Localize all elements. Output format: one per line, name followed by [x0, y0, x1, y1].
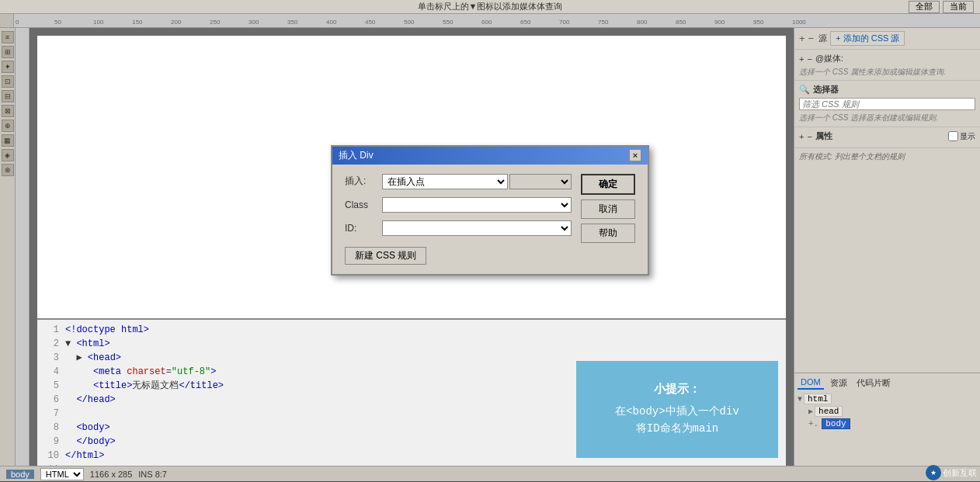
tip-body: 在<body>中插入一个div 将ID命名为main: [615, 403, 739, 438]
code-content-4: <meta charset="utf-8">: [65, 365, 216, 379]
sidebar-icon-3[interactable]: ✦: [2, 61, 14, 73]
selector-section: 🔍 选择器 选择一个 CSS 选择器来创建或编辑规则.: [794, 81, 980, 127]
tab-source[interactable]: 资源: [827, 376, 850, 390]
plus-icon: +: [799, 33, 805, 44]
properties-header-row: + − 属性 显示: [799, 130, 975, 142]
dom-item-head[interactable]: ▶ head: [798, 405, 977, 418]
ruler-corner: [0, 14, 14, 28]
status-tag: body: [6, 470, 34, 479]
code-content-10: </html>: [65, 449, 104, 463]
selector-title: 选择器: [813, 84, 839, 95]
selector-header-row: 🔍 选择器: [799, 84, 975, 95]
media-section: + − @媒体: 选择一个 CSS 属性来添加或编辑媒体查询.: [794, 50, 980, 81]
show-checkbox-label[interactable]: 显示: [948, 131, 975, 142]
dialog-close-button[interactable]: ×: [629, 149, 641, 161]
css-rules-area: 所有模式: 列出整个文档的规则: [794, 148, 980, 373]
line-num-2: 2: [43, 337, 59, 351]
dialog-title: 插入 Div: [339, 149, 374, 162]
left-sidebar: ≡ ⊞ ✦ ⊡ ⊟ ⊠ ⊕ ▦ ◈ ⊗: [0, 28, 16, 466]
right-panel: + − 源 + 添加的 CSS 源 + − @媒体: 选择一个 CSS 属性来添…: [794, 28, 980, 466]
class-select[interactable]: [382, 197, 572, 213]
dialog-body: 插入: 在插入点 Class: [332, 165, 648, 274]
minus-icon-props: −: [807, 132, 811, 141]
tip-box: 小提示： 在<body>中插入一个div 将ID命名为main: [576, 361, 778, 458]
current-button[interactable]: 当前: [943, 1, 974, 13]
line-num-4: 4: [43, 365, 59, 379]
ruler-svg: // Will render ruler ticks via JS below …: [14, 14, 980, 27]
class-label: Class: [345, 199, 376, 210]
add-css-button[interactable]: + 添加的 CSS 源: [830, 31, 905, 46]
sidebar-icon-10[interactable]: ⊗: [2, 164, 14, 176]
sidebar-icon-9[interactable]: ◈: [2, 149, 14, 161]
new-css-button[interactable]: 新建 CSS 规则: [345, 247, 426, 265]
tab-code-split[interactable]: 代码片断: [853, 376, 894, 390]
body-tag[interactable]: body: [822, 418, 850, 429]
head-tag[interactable]: head: [815, 406, 843, 417]
insert-select2[interactable]: [509, 174, 572, 189]
insert-div-dialog: 插入 Div × 插入: 在插入点: [331, 145, 649, 276]
sidebar-icon-6[interactable]: ⊠: [2, 105, 14, 117]
svg-text:900: 900: [714, 19, 725, 26]
horizontal-ruler: // Will render ruler ticks via JS below …: [14, 14, 980, 28]
svg-text:250: 250: [210, 19, 221, 26]
dialog-fields: 插入: 在插入点 Class: [345, 174, 572, 265]
cancel-button[interactable]: 取消: [581, 199, 635, 219]
properties-title: 属性: [815, 130, 832, 142]
sidebar-icon-1[interactable]: ≡: [2, 31, 14, 43]
media-header: + − @媒体:: [799, 53, 975, 64]
svg-text:150: 150: [132, 19, 143, 26]
id-select[interactable]: [382, 220, 572, 236]
show-label: 显示: [960, 131, 975, 142]
search-icon: 🔍: [799, 85, 810, 95]
tab-dom[interactable]: DOM: [798, 376, 824, 390]
line-num-11: 11: [43, 463, 59, 466]
html-tag[interactable]: html: [804, 394, 832, 404]
view-buttons: 全部 当前: [909, 1, 974, 13]
selector-hint: 选择一个 CSS 选择器来创建或编辑规则.: [799, 113, 975, 123]
cursor-text: INS 8:7: [138, 470, 167, 479]
sidebar-icon-4[interactable]: ⊡: [2, 75, 14, 88]
svg-text:700: 700: [559, 19, 570, 26]
sidebar-icon-2[interactable]: ⊞: [2, 46, 14, 58]
show-checkbox[interactable]: [948, 131, 958, 141]
svg-text:450: 450: [365, 19, 376, 26]
line-num-7: 7: [43, 407, 59, 421]
dom-item-html[interactable]: ▼ html: [798, 393, 977, 405]
sidebar-icon-7[interactable]: ⊕: [2, 120, 14, 132]
arrow-html: ▼: [798, 395, 802, 404]
format-select[interactable]: HTML: [40, 468, 84, 480]
svg-text:1000: 1000: [792, 19, 806, 26]
top-instruction-bar: 单击标尺上的▼图标以添加媒体体查询 全部 当前: [0, 0, 980, 14]
plus-icon-media: +: [799, 54, 804, 64]
line-num-9: 9: [43, 435, 59, 449]
svg-text:200: 200: [171, 19, 182, 26]
id-field-row: ID:: [345, 220, 572, 236]
tip-line2: 将ID命名为main: [615, 420, 739, 437]
code-content-6: </head>: [65, 393, 116, 407]
insert-combo: 在插入点: [382, 174, 572, 189]
vertical-ruler: [16, 28, 30, 466]
all-button[interactable]: 全部: [909, 1, 940, 13]
css-filter-input[interactable]: [799, 98, 975, 110]
properties-section: + − 属性 显示: [794, 127, 980, 148]
dialog-titlebar: 插入 Div ×: [332, 147, 648, 165]
svg-text:0: 0: [16, 19, 19, 26]
mode-hint: 所有模式: 列出整个文档的规则: [799, 151, 975, 162]
svg-text:300: 300: [248, 19, 259, 26]
minus-icon-media: −: [807, 54, 811, 64]
line-num-8: 8: [43, 421, 59, 435]
sidebar-icon-8[interactable]: ▦: [2, 134, 14, 147]
code-content-2: ▼ <html>: [65, 337, 110, 351]
tip-title: 小提示：: [654, 382, 700, 397]
plus-body: +.: [808, 419, 818, 428]
dom-item-body[interactable]: +. body: [798, 418, 977, 430]
sidebar-icon-5[interactable]: ⊟: [2, 90, 14, 102]
dom-tabs: DOM 资源 代码片断: [798, 376, 977, 390]
code-content-1: <!doctype html>: [65, 323, 149, 337]
insert-select[interactable]: 在插入点: [382, 174, 508, 189]
svg-text:350: 350: [287, 19, 298, 26]
ok-button[interactable]: 确定: [581, 174, 635, 195]
svg-text:950: 950: [753, 19, 764, 26]
dom-panel: DOM 资源 代码片断 ▼ html ▶ head +. body: [794, 373, 980, 466]
help-button[interactable]: 帮助: [581, 224, 635, 243]
